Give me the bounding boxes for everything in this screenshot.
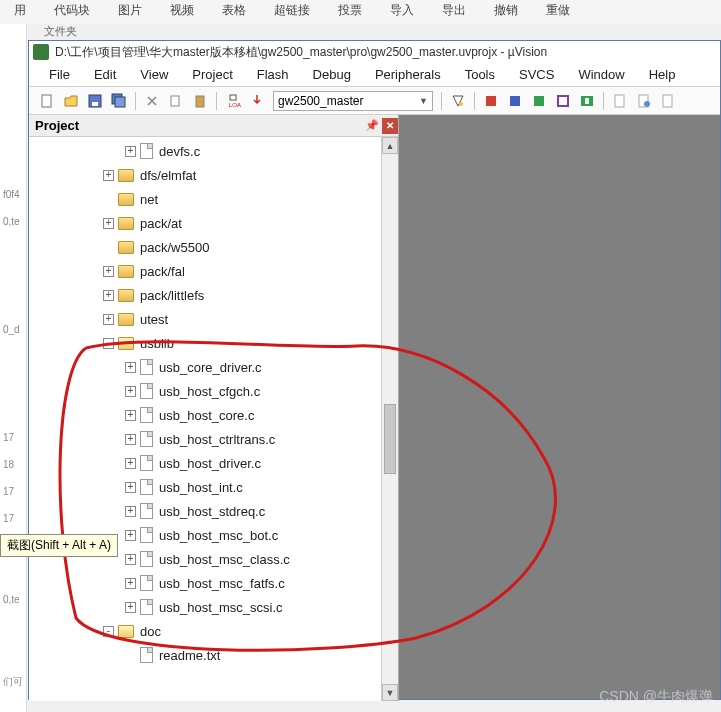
tree-node[interactable]: net bbox=[29, 187, 398, 211]
menu-view[interactable]: View bbox=[128, 67, 180, 82]
ribbon-item[interactable]: 超链接 bbox=[260, 0, 324, 24]
save-icon[interactable] bbox=[85, 91, 105, 111]
expand-icon[interactable]: + bbox=[125, 506, 136, 517]
expand-icon[interactable]: + bbox=[125, 146, 136, 157]
menu-help[interactable]: Help bbox=[637, 67, 688, 82]
scroll-up-icon[interactable]: ▲ bbox=[382, 137, 398, 154]
expand-icon bbox=[103, 194, 114, 205]
build-icon[interactable]: LOAD bbox=[223, 91, 243, 111]
doc2-icon[interactable] bbox=[634, 91, 654, 111]
menu-svcs[interactable]: SVCS bbox=[507, 67, 566, 82]
tree-node[interactable]: readme.txt bbox=[29, 643, 398, 667]
expand-icon[interactable]: + bbox=[125, 482, 136, 493]
expand-icon[interactable]: + bbox=[125, 578, 136, 589]
tree-label: pack/littlefs bbox=[140, 288, 204, 303]
file-icon bbox=[140, 551, 153, 567]
tree-node[interactable]: pack/w5500 bbox=[29, 235, 398, 259]
tree-node[interactable]: +dfs/elmfat bbox=[29, 163, 398, 187]
expand-icon[interactable]: + bbox=[125, 602, 136, 613]
menu-peripherals[interactable]: Peripherals bbox=[363, 67, 453, 82]
menu-flash[interactable]: Flash bbox=[245, 67, 301, 82]
expand-icon[interactable]: - bbox=[103, 626, 114, 637]
svg-rect-5 bbox=[171, 96, 179, 106]
open-icon[interactable] bbox=[61, 91, 81, 111]
tree-node[interactable]: +usb_host_driver.c bbox=[29, 451, 398, 475]
target-select[interactable]: gw2500_master ▼ bbox=[273, 91, 433, 111]
expand-icon[interactable]: + bbox=[125, 554, 136, 565]
menu-project[interactable]: Project bbox=[180, 67, 244, 82]
folder-icon bbox=[118, 289, 134, 302]
project-tree[interactable]: +devfs.c+dfs/elmfatnet+pack/atpack/w5500… bbox=[29, 137, 398, 701]
toolbar-1: LOAD gw2500_master ▼ bbox=[29, 87, 720, 115]
ribbon-item[interactable]: 投票 bbox=[324, 0, 376, 24]
copy-icon[interactable] bbox=[166, 91, 186, 111]
expand-icon[interactable]: + bbox=[125, 410, 136, 421]
expand-icon[interactable]: - bbox=[103, 338, 114, 349]
block-green-icon[interactable] bbox=[529, 91, 549, 111]
doc3-icon[interactable] bbox=[658, 91, 678, 111]
tree-node[interactable]: +pack/fal bbox=[29, 259, 398, 283]
tree-node[interactable]: -doc bbox=[29, 619, 398, 643]
tree-node[interactable]: +pack/littlefs bbox=[29, 283, 398, 307]
options-icon[interactable] bbox=[448, 91, 468, 111]
paste-icon[interactable] bbox=[190, 91, 210, 111]
svg-rect-16 bbox=[615, 95, 624, 107]
expand-icon[interactable]: + bbox=[125, 530, 136, 541]
ribbon-item[interactable]: 重做 bbox=[532, 0, 584, 24]
block-blue-icon[interactable] bbox=[505, 91, 525, 111]
expand-icon[interactable]: + bbox=[125, 458, 136, 469]
ribbon-item[interactable]: 用 bbox=[0, 0, 40, 24]
ribbon-item[interactable]: 视频 bbox=[156, 0, 208, 24]
menu-window[interactable]: Window bbox=[566, 67, 636, 82]
menu-edit[interactable]: Edit bbox=[82, 67, 128, 82]
doc1-icon[interactable] bbox=[610, 91, 630, 111]
scrollbar-vertical[interactable]: ▲ ▼ bbox=[381, 137, 398, 701]
expand-icon[interactable]: + bbox=[103, 266, 114, 277]
tree-node[interactable]: +usb_host_ctrltrans.c bbox=[29, 427, 398, 451]
download-icon[interactable] bbox=[247, 91, 267, 111]
expand-icon[interactable]: + bbox=[125, 386, 136, 397]
tree-node[interactable]: +usb_host_stdreq.c bbox=[29, 499, 398, 523]
expand-icon[interactable]: + bbox=[103, 218, 114, 229]
svg-rect-6 bbox=[196, 96, 204, 107]
expand-icon[interactable]: + bbox=[103, 290, 114, 301]
expand-icon[interactable]: + bbox=[125, 362, 136, 373]
menu-file[interactable]: File bbox=[37, 67, 82, 82]
expand-icon[interactable]: + bbox=[103, 314, 114, 325]
tree-node[interactable]: +usb_host_msc_scsi.c bbox=[29, 595, 398, 619]
tree-label: usb_core_driver.c bbox=[159, 360, 262, 375]
tree-node[interactable]: +devfs.c bbox=[29, 139, 398, 163]
ribbon-item[interactable]: 表格 bbox=[208, 0, 260, 24]
tree-node[interactable]: -usblib bbox=[29, 331, 398, 355]
new-file-icon[interactable] bbox=[37, 91, 57, 111]
tree-node[interactable]: +utest bbox=[29, 307, 398, 331]
tree-node[interactable]: +pack/at bbox=[29, 211, 398, 235]
close-icon[interactable]: ✕ bbox=[382, 118, 398, 134]
tree-node[interactable]: +usb_host_int.c bbox=[29, 475, 398, 499]
tree-node[interactable]: +usb_host_cfgch.c bbox=[29, 379, 398, 403]
expand-icon[interactable]: + bbox=[125, 434, 136, 445]
block-red-icon[interactable] bbox=[481, 91, 501, 111]
block-purple-edge-icon[interactable] bbox=[553, 91, 573, 111]
cut-icon[interactable] bbox=[142, 91, 162, 111]
tree-node[interactable]: +usb_host_core.c bbox=[29, 403, 398, 427]
ribbon-item[interactable]: 代码块 bbox=[40, 0, 104, 24]
menu-tools[interactable]: Tools bbox=[453, 67, 507, 82]
scroll-thumb[interactable] bbox=[384, 404, 396, 474]
file-icon bbox=[140, 431, 153, 447]
pin-icon[interactable]: 📌 bbox=[364, 118, 380, 134]
ribbon-item[interactable]: 撤销 bbox=[480, 0, 532, 24]
svg-text:LOAD: LOAD bbox=[229, 102, 241, 108]
scroll-down-icon[interactable]: ▼ bbox=[382, 684, 398, 701]
save-all-icon[interactable] bbox=[109, 91, 129, 111]
expand-icon[interactable]: + bbox=[103, 170, 114, 181]
ribbon-item[interactable]: 图片 bbox=[104, 0, 156, 24]
ribbon-item[interactable]: 导出 bbox=[428, 0, 480, 24]
tree-node[interactable]: +usb_core_driver.c bbox=[29, 355, 398, 379]
folder-icon bbox=[118, 265, 134, 278]
svg-rect-15 bbox=[585, 98, 589, 104]
ribbon-item[interactable]: 导入 bbox=[376, 0, 428, 24]
menu-debug[interactable]: Debug bbox=[301, 67, 363, 82]
tree-node[interactable]: +usb_host_msc_fatfs.c bbox=[29, 571, 398, 595]
block-green2-icon[interactable] bbox=[577, 91, 597, 111]
